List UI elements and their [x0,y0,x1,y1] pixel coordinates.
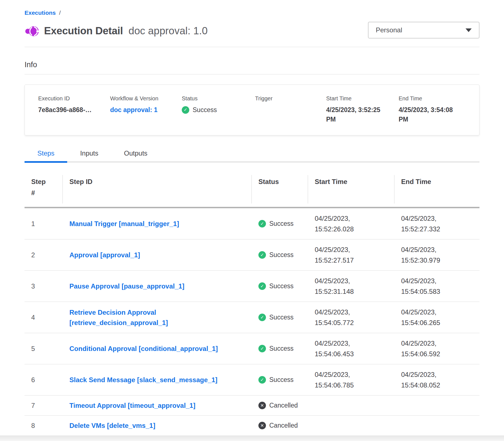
table-row: 1 Manual Trigger [manual_trigger_1] ✓ Su… [25,208,479,239]
status-text: Success [269,376,294,384]
breadcrumb: Executions / [25,9,479,16]
start-time-cell: 04/25/2023, 15:52:27.517 [308,241,394,270]
status-badge: ✓ Success [258,251,301,259]
end-time-cell: 04/25/2023, 15:54:05.583 [394,272,479,301]
status-badge: ✓ Success [258,220,301,227]
info-field-workflow-version: Workflow & Version doc approval: 1 [110,95,182,124]
end-time-cell: 04/25/2023, 15:52:30.979 [394,241,479,270]
step-number-cell: 8 [25,418,63,433]
start-time-cell: 04/25/2023, 15:54:06.453 [308,334,394,363]
status-badge: ✓ Success [258,282,301,290]
page-subtitle: doc approval: 1.0 [129,25,208,37]
step-id-link[interactable]: Delete VMs [delete_vms_1] [63,416,252,435]
status-cell: ✓ Success [252,372,308,387]
info-field-execution-id: Execution ID 7e8ac396-a868-… [38,95,110,124]
execution-detail-page: Executions / Execution Detail doc approv… [0,0,504,441]
status-badge: ✓ Success [182,105,255,115]
start-time-value: 4/25/2023, 3:52:25 PM [326,105,386,124]
status-icon: ✓ [258,282,266,290]
step-number-cell: 3 [25,278,63,294]
info-divider [25,74,479,74]
end-time-cell: 04/25/2023, 15:54:08.052 [394,365,479,394]
step-id-link[interactable]: Timeout Approval [timeout_approval_1] [63,396,252,415]
chevron-down-icon [466,28,472,32]
status-icon: ✕ [258,402,266,409]
table-row: 3 Pause Approval [pause_approval_1] ✓ Su… [25,271,479,302]
steps-table-body: 1 Manual Trigger [manual_trigger_1] ✓ Su… [25,208,479,436]
field-label: Trigger [255,95,326,102]
start-time-cell [308,402,394,410]
status-value: ✓ Success [182,105,255,115]
steps-table: Step # Step ID Status Start Time End Tim… [25,175,479,436]
step-number-cell: 6 [25,372,63,388]
status-text: Success [269,314,294,321]
status-icon: ✓ [258,251,266,259]
info-field-trigger: Trigger [255,95,326,124]
step-id-link[interactable]: Conditional Approval [conditional_approv… [63,340,252,358]
status-text: Success [269,251,294,259]
status-icon: ✓ [258,376,266,384]
column-header-status: Status [252,175,308,207]
status-cell: ✕ Cancelled [252,418,308,433]
step-id-link[interactable]: Slack Send Message [slack_send_message_1… [63,371,252,389]
info-field-status: Status ✓ Success [182,95,255,124]
start-time-cell: 04/25/2023, 15:52:26.028 [308,209,394,238]
tab-inputs[interactable]: Inputs [67,147,111,162]
field-label: End Time [399,95,476,102]
column-header-step-id: Step ID [63,175,252,207]
breadcrumb-executions-link[interactable]: Executions [25,9,56,16]
field-label: Execution ID [38,95,110,102]
step-id-link[interactable]: Approval [approval_1] [63,246,252,264]
scope-selected-value: Personal [376,26,466,34]
step-number-cell: 1 [25,216,63,232]
status-badge: ✕ Cancelled [258,422,301,429]
start-time-cell: 04/25/2023, 15:54:06.785 [308,365,394,394]
field-label: Status [182,95,255,102]
field-label: Start Time [326,95,399,102]
step-number-cell: 2 [25,247,63,263]
status-cell: ✓ Success [252,216,308,231]
column-header-end-time: End Time [394,175,479,207]
table-row: 2 Approval [approval_1] ✓ Success 04/25/… [25,239,479,271]
breadcrumb-separator: / [59,9,61,16]
table-row: 6 Slack Send Message [slack_send_message… [25,364,479,396]
status-cell: ✕ Cancelled [252,398,308,413]
step-id-link[interactable]: Pause Approval [pause_approval_1] [63,277,252,295]
status-badge: ✓ Success [258,345,301,352]
status-icon: ✕ [258,422,266,429]
info-field-start-time: Start Time 4/25/2023, 3:52:25 PM [326,95,399,124]
page-title: Execution Detail [44,25,123,37]
status-text: Success [269,282,294,290]
steps-table-header: Step # Step ID Status Start Time End Tim… [25,175,479,208]
detail-tabs: Steps Inputs Outputs [25,147,479,162]
info-field-end-time: End Time 4/25/2023, 3:54:08 PM [399,95,476,124]
workflow-version-link[interactable]: doc approval: 1 [110,105,170,115]
step-id-link[interactable]: Manual Trigger [manual_trigger_1] [63,215,252,233]
success-check-icon: ✓ [182,106,189,114]
table-row: 5 Conditional Approval [conditional_appr… [25,333,479,364]
status-text: Success [193,105,217,115]
status-icon: ✓ [258,220,266,227]
status-text: Success [269,220,294,227]
tab-outputs[interactable]: Outputs [111,147,160,162]
status-text: Cancelled [269,422,298,429]
status-icon: ✓ [258,314,266,321]
status-text: Success [269,345,294,352]
start-time-cell: 04/25/2023, 15:52:31.148 [308,272,394,301]
horizontal-scrollbar[interactable] [0,435,504,441]
end-time-cell: 04/25/2023, 15:54:06.592 [394,334,479,363]
status-cell: ✓ Success [252,310,308,325]
step-number-cell: 4 [25,310,63,325]
table-row: 7 Timeout Approval [timeout_approval_1] … [25,396,479,416]
status-icon: ✓ [258,345,266,352]
title-row: Execution Detail doc approval: 1.0 Perso… [25,22,479,40]
tab-steps[interactable]: Steps [25,147,67,162]
status-badge: ✓ Success [258,314,301,321]
end-time-cell [394,402,479,410]
step-id-link[interactable]: Retrieve Decision Approval [retrieve_dec… [63,303,252,332]
step-number-cell: 7 [25,398,63,413]
execution-id-value: 7e8ac396-a868-… [38,105,98,115]
table-row: 4 Retrieve Decision Approval [retrieve_d… [25,302,479,333]
scope-select-dropdown[interactable]: Personal [368,22,479,38]
end-time-value: 4/25/2023, 3:54:08 PM [399,105,459,124]
